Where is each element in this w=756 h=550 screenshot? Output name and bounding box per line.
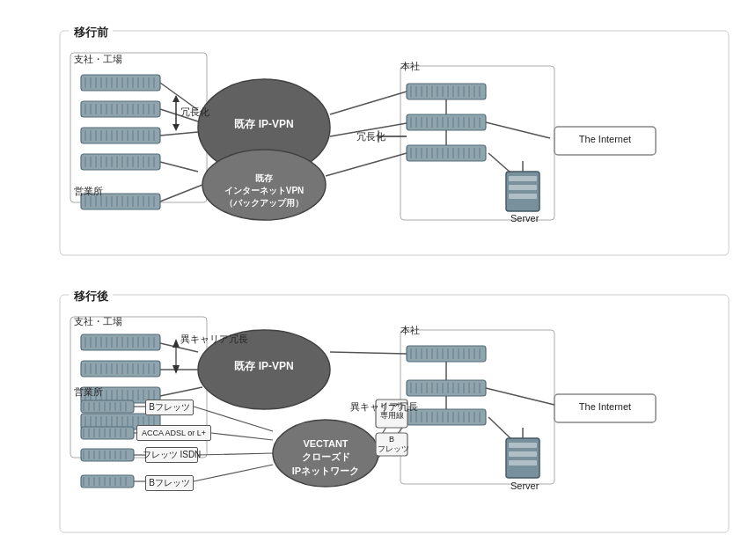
- svg-rect-318: [509, 443, 537, 448]
- svg-line-117: [326, 153, 407, 176]
- svg-rect-143: [509, 176, 537, 181]
- top-internet-label: The Internet: [558, 134, 652, 144]
- svg-line-262: [330, 352, 407, 354]
- svg-line-115: [330, 92, 407, 114]
- bottom-vpn-label: 既存 IP-VPN: [224, 359, 304, 374]
- svg-line-114: [160, 162, 198, 172]
- svg-line-310: [211, 433, 273, 440]
- b-flets2-box: Bフレッツ: [145, 475, 194, 491]
- ether-label: イーサ専用線: [378, 401, 406, 421]
- svg-rect-320: [509, 460, 537, 466]
- bottom-vectant-label: VECTANT クローズド IPネットワーク: [286, 437, 365, 478]
- svg-marker-325: [172, 339, 180, 348]
- top-vpn2-label: 既存 インターネットVPN （バックアップ用）: [218, 172, 310, 209]
- top-hq-label: 本社: [400, 60, 420, 73]
- svg-line-120: [486, 122, 550, 138]
- bottom-hq-label: 本社: [400, 324, 420, 337]
- bottom-branch-label: 支社・工場: [74, 315, 122, 328]
- diagram-container: 移行前 支社・工場 本社 営業所 既存 IP-VPN 既存 インターネットVPN…: [0, 0, 756, 550]
- top-office-label: 営業所: [74, 185, 103, 198]
- top-vpn2-line1: 既存: [255, 173, 273, 183]
- svg-rect-145: [509, 194, 537, 199]
- top-branch-label: 支社・工場: [74, 53, 122, 66]
- b-flets-hq-label: Bフレッツ: [378, 435, 406, 454]
- top-vpn1-label: 既存 IP-VPN: [224, 117, 304, 132]
- bottom-section-title: 移行後: [74, 289, 108, 304]
- bottom-carrier-redundancy1-label: 異キャリア冗長: [180, 333, 248, 346]
- top-vpn2-line3: （バックアップ用）: [224, 198, 304, 208]
- acca-box: ACCA ADSL or L+: [136, 425, 211, 441]
- svg-line-147: [488, 153, 510, 172]
- bottom-internet-label: The Internet: [558, 401, 652, 412]
- top-section-title: 移行前: [74, 25, 108, 40]
- top-server-label: Server: [510, 213, 539, 224]
- top-redundancy2-label: 冗長化: [356, 130, 385, 143]
- svg-line-113: [160, 132, 198, 136]
- bottom-office-label: 営業所: [74, 385, 103, 399]
- svg-rect-144: [509, 185, 537, 190]
- svg-line-261: [160, 387, 202, 396]
- svg-line-322: [488, 417, 510, 438]
- top-redundancy1-label: 冗長化: [180, 106, 209, 119]
- diagram-svg: [0, 0, 756, 550]
- svg-rect-319: [509, 451, 537, 457]
- top-vpn2-line2: インターネットVPN: [224, 186, 305, 195]
- bottom-server-label: Server: [510, 480, 539, 491]
- svg-line-323: [486, 388, 554, 405]
- flets-isdn-box: フレッツ ISDN: [145, 447, 198, 463]
- svg-line-312: [194, 465, 273, 481]
- svg-line-140: [160, 185, 202, 202]
- svg-line-311: [198, 453, 273, 455]
- b-flets1-box: Bフレッツ: [145, 400, 194, 415]
